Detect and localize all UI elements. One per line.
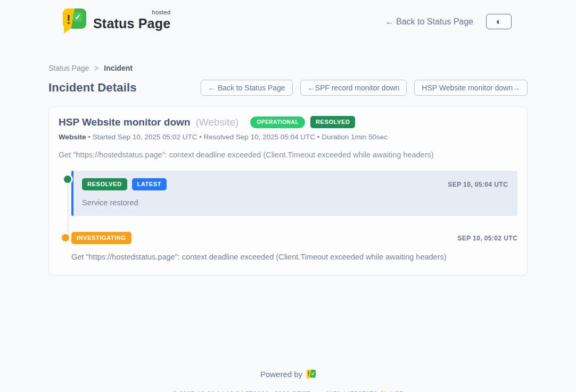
incident-title: HSP Website monitor down (59, 116, 190, 128)
breadcrumb-separator: > (94, 64, 98, 72)
update-latest-badge: LATEST (132, 178, 167, 190)
logo-text: Status Page (93, 16, 170, 31)
update-message: Get "https://hostedstatus.page": context… (71, 253, 517, 261)
copyright-line: © 2025-10-08 14:10:34.772084 +0200 CEST … (48, 390, 528, 392)
footer: Powered by ✓ ! © 2025-10-08 14:10:34.772… (48, 369, 528, 392)
prev-incident-button[interactable]: ←SPF record monitor down (300, 80, 407, 96)
update-timestamp: SEP 10, 05:02 UTC (457, 235, 517, 242)
header-back-link[interactable]: ← Back to Status Page (385, 17, 473, 27)
incident-meta: Website • Started Sep 10, 2025 05:02 UTC… (59, 133, 517, 141)
next-incident-button[interactable]: HSP Website monitor down→ (414, 80, 528, 96)
incident-timeline: RESOLVED LATEST SEP 10, 05:04 UTC Servic… (59, 171, 517, 261)
incident-description: Get "https://hostedstatus.page": context… (59, 151, 517, 159)
sparkles-icon: ✨ (379, 390, 388, 392)
copyright-text: © 2025-10-08 14:10:34.772084 +0200 CEST … (172, 390, 377, 392)
meta-details: • Started Sep 10, 2025 05:02 UTC • Resol… (88, 133, 388, 141)
operational-status-badge: OPERATIONAL (250, 116, 305, 128)
breadcrumb-incident: Incident (104, 64, 133, 72)
powered-by-label: Powered by (260, 370, 302, 379)
incident-card: HSP Website monitor down (Website) OPERA… (48, 106, 528, 276)
timeline-dot-resolved-icon (64, 176, 71, 183)
timeline-connector-line (68, 182, 69, 236)
status-page-logo-icon: ! ✓ (63, 7, 86, 34)
contrast-half-circle-icon: ◐ (496, 17, 501, 26)
update-resolved-badge: RESOLVED (82, 178, 127, 190)
breadcrumb: Status Page > Incident (48, 64, 528, 72)
page-title: Incident Details (48, 81, 137, 95)
update-timestamp: SEP 10, 05:04 UTC (448, 181, 508, 188)
incident-component: (Website) (195, 116, 238, 128)
footer-logo-icon[interactable]: ✓ ! (307, 369, 316, 379)
breadcrumb-status-page[interactable]: Status Page (48, 64, 89, 72)
resolved-state-badge: RESOLVED (310, 116, 356, 128)
back-to-status-page-button[interactable]: ← Back to Status Page (201, 80, 293, 96)
update-message: Service restored (82, 198, 508, 207)
incident-nav-buttons: ← Back to Status Page ←SPF record monito… (201, 80, 528, 96)
footer-brand: HSP (390, 390, 404, 392)
exclamation-icon: ! (67, 13, 71, 27)
theme-toggle-button[interactable]: ◐ (486, 14, 512, 29)
app-logo[interactable]: ! ✓ hosted Status Page (63, 7, 170, 34)
timeline-dot-investigating-icon (62, 234, 69, 241)
meta-component: Website (59, 133, 86, 141)
timeline-update-resolved: RESOLVED LATEST SEP 10, 05:04 UTC Servic… (71, 171, 517, 216)
update-investigating-badge: INVESTIGATING (71, 232, 131, 244)
timeline-update-investigating: INVESTIGATING SEP 10, 05:02 UTC Get "htt… (71, 232, 517, 261)
header: ! ✓ hosted Status Page ← Back to Status … (0, 0, 576, 38)
logo-hosted-label: hosted (152, 9, 170, 15)
checkmark-icon: ✓ (73, 12, 83, 22)
